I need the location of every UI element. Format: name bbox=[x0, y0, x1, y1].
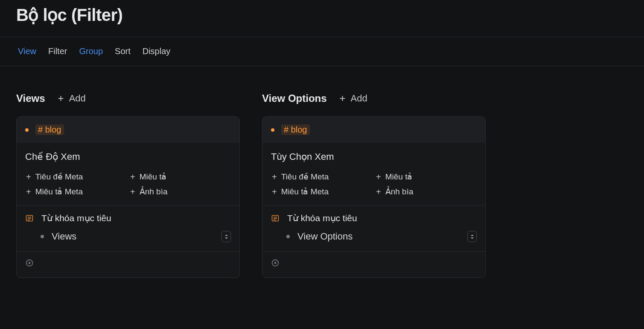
status-dot-icon bbox=[25, 128, 29, 132]
add-button[interactable]: + Add bbox=[58, 93, 86, 104]
chip-meta-description[interactable]: +Miêu tả Meta bbox=[26, 187, 126, 196]
tag-badge: # blog bbox=[35, 124, 64, 135]
keyword-label: Từ khóa mục tiêu bbox=[287, 213, 357, 223]
chevron-down-icon bbox=[470, 237, 474, 240]
plus-icon: + bbox=[272, 173, 277, 181]
chip-label: Tiêu đề Meta bbox=[281, 172, 329, 182]
section-views: Views + Add # blog Chế Độ Xem +Tiêu đề M… bbox=[16, 92, 240, 278]
bullet-dot-icon bbox=[286, 235, 290, 238]
card-footer bbox=[17, 252, 239, 277]
card-views: # blog Chế Độ Xem +Tiêu đề Meta +Miêu tả… bbox=[16, 116, 240, 278]
circle-plus-icon bbox=[25, 259, 34, 267]
chevron-up-icon bbox=[224, 234, 228, 237]
bullet-dot-icon bbox=[41, 235, 44, 238]
chips-grid: +Tiêu đề Meta +Miêu tả +Miêu tả Meta +Ản… bbox=[17, 166, 239, 205]
tag-badge: # blog bbox=[281, 124, 310, 135]
section-title: View Options bbox=[262, 92, 327, 104]
chip-description[interactable]: +Miêu tả bbox=[376, 172, 476, 182]
chip-cover-image[interactable]: +Ảnh bìa bbox=[130, 187, 230, 196]
chip-description[interactable]: +Miêu tả bbox=[130, 172, 230, 182]
plus-icon: + bbox=[130, 188, 135, 196]
section-view-options: View Options + Add # blog Tùy Chọn Xem +… bbox=[262, 92, 486, 278]
select-value: Views bbox=[52, 231, 214, 242]
select-row[interactable]: View Options bbox=[262, 227, 485, 252]
section-header: Views + Add bbox=[16, 92, 240, 104]
tab-filter[interactable]: Filter bbox=[48, 46, 67, 56]
plus-icon: + bbox=[272, 188, 277, 196]
add-label: Add bbox=[351, 93, 367, 104]
tab-group[interactable]: Group bbox=[79, 46, 103, 56]
page-title: Bộ lọc (Filter) bbox=[16, 5, 628, 25]
subtitle-row: Chế Độ Xem bbox=[17, 143, 239, 166]
chip-label: Tiêu đề Meta bbox=[35, 172, 83, 182]
add-item-button[interactable] bbox=[25, 261, 34, 268]
plus-icon: + bbox=[376, 188, 381, 196]
plus-icon: + bbox=[130, 173, 135, 181]
keyword-row: Từ khóa mục tiêu bbox=[17, 205, 239, 227]
chevron-up-icon bbox=[470, 234, 474, 237]
chip-label: Miêu tả bbox=[385, 172, 413, 182]
plus-icon: + bbox=[340, 93, 346, 104]
card-view-options: # blog Tùy Chọn Xem +Tiêu đề Meta +Miêu … bbox=[262, 116, 486, 278]
add-label: Add bbox=[69, 93, 86, 104]
plus-icon: + bbox=[26, 188, 31, 196]
section-title: Views bbox=[16, 92, 45, 104]
chip-meta-description[interactable]: +Miêu tả Meta bbox=[272, 187, 372, 196]
plus-icon: + bbox=[58, 93, 64, 104]
keyword-row: Từ khóa mục tiêu bbox=[262, 205, 485, 227]
chips-grid: +Tiêu đề Meta +Miêu tả +Miêu tả Meta +Ản… bbox=[262, 166, 485, 205]
select-value: View Options bbox=[297, 231, 460, 242]
badge-row[interactable]: # blog bbox=[17, 117, 239, 143]
chevron-down-icon bbox=[224, 237, 228, 240]
tabs-row: View Filter Group Sort Display bbox=[0, 37, 644, 66]
chip-meta-title[interactable]: +Tiêu đề Meta bbox=[26, 172, 126, 182]
section-header: View Options + Add bbox=[262, 92, 486, 104]
tab-view[interactable]: View bbox=[18, 46, 36, 56]
keyword-label: Từ khóa mục tiêu bbox=[41, 213, 111, 223]
card-subtitle: Chế Độ Xem bbox=[25, 151, 80, 162]
chip-label: Ảnh bìa bbox=[385, 187, 414, 196]
page-header: Bộ lọc (Filter) bbox=[0, 0, 644, 37]
add-item-button[interactable] bbox=[271, 261, 280, 268]
badge-row[interactable]: # blog bbox=[262, 117, 485, 143]
chip-meta-title[interactable]: +Tiêu đề Meta bbox=[272, 172, 372, 182]
chip-label: Ảnh bìa bbox=[140, 187, 168, 196]
chip-cover-image[interactable]: +Ảnh bìa bbox=[376, 187, 476, 196]
chip-label: Miêu tả Meta bbox=[35, 187, 83, 196]
tab-display[interactable]: Display bbox=[143, 46, 171, 56]
card-footer bbox=[262, 252, 485, 277]
tab-sort[interactable]: Sort bbox=[115, 46, 131, 56]
chip-label: Miêu tả Meta bbox=[281, 187, 329, 196]
plus-icon: + bbox=[376, 173, 381, 181]
status-dot-icon bbox=[271, 128, 274, 132]
select-stepper[interactable] bbox=[467, 231, 477, 242]
circle-plus-icon bbox=[271, 259, 280, 267]
card-subtitle: Tùy Chọn Xem bbox=[271, 151, 334, 162]
select-row[interactable]: Views bbox=[17, 227, 239, 252]
subtitle-row: Tùy Chọn Xem bbox=[262, 143, 485, 166]
list-icon bbox=[25, 214, 34, 222]
content-area: Views + Add # blog Chế Độ Xem +Tiêu đề M… bbox=[0, 66, 644, 295]
add-button[interactable]: + Add bbox=[340, 93, 367, 104]
select-stepper[interactable] bbox=[221, 231, 231, 242]
plus-icon: + bbox=[26, 173, 31, 181]
list-icon bbox=[271, 214, 280, 222]
chip-label: Miêu tả bbox=[140, 172, 167, 182]
